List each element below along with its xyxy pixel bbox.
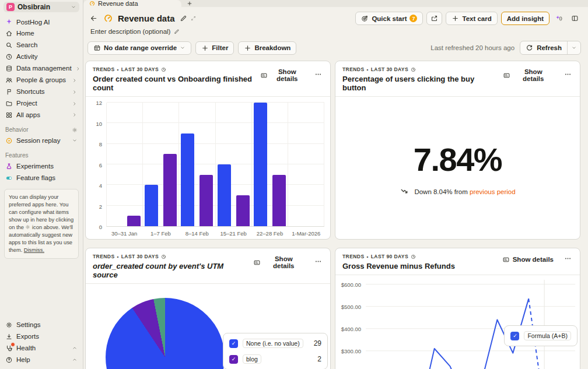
legend-item[interactable]: ✓None (i.e. no value)29 bbox=[229, 339, 321, 348]
refresh-icon bbox=[526, 44, 533, 52]
share-button[interactable] bbox=[426, 12, 442, 25]
share-icon bbox=[430, 15, 438, 22]
bar-group bbox=[179, 103, 215, 226]
workspace-logo: P bbox=[6, 3, 15, 11]
sidebar-item-health[interactable]: Health bbox=[4, 342, 79, 354]
sidebar-item-label: Exports bbox=[16, 332, 39, 341]
main-area: Revenue data Revenue data Quick start 7 bbox=[83, 0, 588, 369]
y-axis-labels: $600.00$500.00$400.00$300.00$200.00$100.… bbox=[339, 280, 366, 369]
more-menu-button[interactable] bbox=[563, 71, 573, 80]
add-breakdown-button[interactable]: Breakdown bbox=[238, 41, 296, 55]
date-range-dropdown[interactable]: No date range override bbox=[88, 41, 191, 55]
dashboard-grid: TRENDS • LAST 30 DAYS Order created coun… bbox=[83, 60, 588, 369]
sidebar-item-settings[interactable]: Settings bbox=[4, 319, 79, 331]
insight-kind: TRENDS bbox=[342, 254, 365, 259]
insight-range: LAST 30 DAYS bbox=[121, 254, 159, 259]
add-insight-button[interactable]: Add insight bbox=[501, 12, 550, 25]
legend-label: None (i.e. no value) bbox=[243, 339, 303, 348]
bar-order-created-count[interactable] bbox=[145, 185, 158, 226]
new-tab-button[interactable] bbox=[181, 0, 198, 7]
bar-onboarding-finished-count[interactable] bbox=[200, 175, 213, 226]
bar-onboarding-finished-count[interactable] bbox=[163, 154, 177, 226]
bar-order-created-count[interactable] bbox=[181, 133, 194, 226]
bar-group bbox=[252, 103, 288, 226]
tab-revenue-data[interactable]: Revenue data bbox=[83, 0, 181, 7]
sidebar-item-project[interactable]: Project bbox=[4, 98, 79, 110]
insight-kind: TRENDS bbox=[93, 66, 115, 72]
quick-start-button[interactable]: Quick start 7 bbox=[355, 12, 423, 25]
sidebar-item-posthog-ai[interactable]: PostHog AI bbox=[4, 16, 79, 28]
sidebar-item-home[interactable]: Home bbox=[4, 28, 79, 40]
sidebar-item-all-apps[interactable]: All apps bbox=[4, 110, 79, 121]
clock-icon bbox=[411, 67, 416, 72]
more-menu-button[interactable] bbox=[563, 255, 573, 264]
collapse-icon[interactable] bbox=[191, 16, 196, 21]
y-axis-tick: 6 bbox=[99, 161, 102, 168]
sidebar-nav-sections: BehaviorSession replayFeaturesExperiment… bbox=[4, 121, 79, 184]
sidebar-item-shortcuts[interactable]: Shortcuts bbox=[4, 86, 79, 98]
more-menu-button[interactable] bbox=[313, 71, 323, 80]
sidebar-item-exports[interactable]: Exports bbox=[4, 331, 79, 342]
sidebar-item-session-replay[interactable]: Session replay bbox=[4, 135, 79, 146]
show-details-button[interactable]: Show details bbox=[499, 68, 558, 83]
sidebar-item-data-management[interactable]: Data management bbox=[4, 63, 79, 75]
database-icon bbox=[5, 65, 13, 72]
refresh-options-button[interactable] bbox=[567, 41, 580, 54]
sidebar-item-activity[interactable]: Activity bbox=[4, 51, 79, 63]
sidebar-item-search[interactable]: Search bbox=[4, 40, 79, 51]
meta-separator: • bbox=[367, 254, 369, 259]
max-ai-button[interactable] bbox=[553, 12, 565, 25]
checkbox-icon[interactable]: ✓ bbox=[229, 339, 238, 348]
header-actions: Quick start 7 Text card Add insight bbox=[355, 12, 581, 25]
insight-card-order-vs-onboarding: TRENDS • LAST 30 DAYS Order created coun… bbox=[85, 61, 331, 240]
previous-period-link[interactable]: previous period bbox=[470, 188, 516, 195]
edit-pencil-icon[interactable] bbox=[174, 29, 180, 34]
refresh-button[interactable]: Refresh bbox=[520, 41, 567, 54]
bar-onboarding-finished-count[interactable] bbox=[272, 175, 286, 226]
meta-separator: • bbox=[117, 254, 119, 259]
show-details-button[interactable]: Show details bbox=[257, 68, 307, 83]
sidebar-item-people-groups[interactable]: People & groups bbox=[4, 75, 79, 86]
sidebar-item-feature-flags[interactable]: Feature flags bbox=[4, 172, 79, 184]
bar-onboarding-finished-count[interactable] bbox=[236, 195, 250, 226]
add-text-card-button[interactable]: Text card bbox=[446, 12, 497, 25]
description-placeholder[interactable]: Enter description (optional) bbox=[90, 28, 170, 35]
refresh-split-button: Refresh bbox=[520, 41, 581, 55]
side-panel-icon bbox=[571, 15, 579, 22]
legend-item[interactable]: ✓Formula (A+B) bbox=[510, 331, 571, 340]
more-menu-button[interactable] bbox=[313, 258, 323, 267]
help-icon bbox=[5, 356, 13, 364]
apps-icon bbox=[5, 111, 13, 119]
checkbox-icon[interactable]: ✓ bbox=[510, 332, 519, 340]
legend-item[interactable]: ✓blog2 bbox=[229, 354, 321, 364]
checkbox-icon[interactable]: ✓ bbox=[229, 355, 238, 364]
dismiss-link[interactable]: Dismiss. bbox=[24, 247, 44, 253]
bar-chart: 024681012 30–31 Jan1–7 Feb8–14 Feb15–21 … bbox=[90, 103, 324, 237]
back-button[interactable] bbox=[88, 12, 100, 25]
line-chart-canvas bbox=[366, 280, 575, 369]
toggle-panel-button[interactable] bbox=[569, 12, 581, 25]
edit-pencil-icon[interactable] bbox=[180, 15, 187, 22]
x-axis-label: 30–31 Jan bbox=[106, 230, 142, 237]
meta-separator: • bbox=[117, 67, 119, 72]
workspace-switcher[interactable]: P Obsibrain bbox=[4, 2, 79, 12]
bar-order-created-count[interactable] bbox=[254, 103, 267, 226]
insight-range: LAST 30 DAYS bbox=[371, 66, 408, 72]
details-icon bbox=[502, 256, 510, 263]
sidebar-item-experiments[interactable]: Experiments bbox=[4, 160, 79, 172]
insight-card-utm-source: TRENDS • LAST 30 DAYS order_created coun… bbox=[85, 248, 331, 369]
target-icon bbox=[361, 15, 369, 22]
sidebar-item-help[interactable]: Help bbox=[4, 354, 79, 366]
bar-onboarding-finished-count[interactable] bbox=[127, 216, 141, 226]
add-filter-button[interactable]: Filter bbox=[195, 41, 234, 55]
show-details-button[interactable]: Show details bbox=[250, 255, 307, 270]
refresh-area: Last refreshed 20 hours ago Refresh bbox=[430, 41, 581, 55]
show-details-button[interactable]: Show details bbox=[499, 255, 557, 264]
trend-comparison: Down 8.04% from previous period bbox=[400, 188, 515, 196]
sidebar-item-label: Session replay bbox=[16, 136, 60, 145]
settings-icon bbox=[5, 321, 13, 329]
card-title: Gross Revenue minus Refunds bbox=[342, 262, 455, 270]
workspace-name: Obsibrain bbox=[18, 3, 50, 11]
bar-order-created-count[interactable] bbox=[218, 164, 231, 226]
pie-chart[interactable] bbox=[106, 298, 225, 369]
